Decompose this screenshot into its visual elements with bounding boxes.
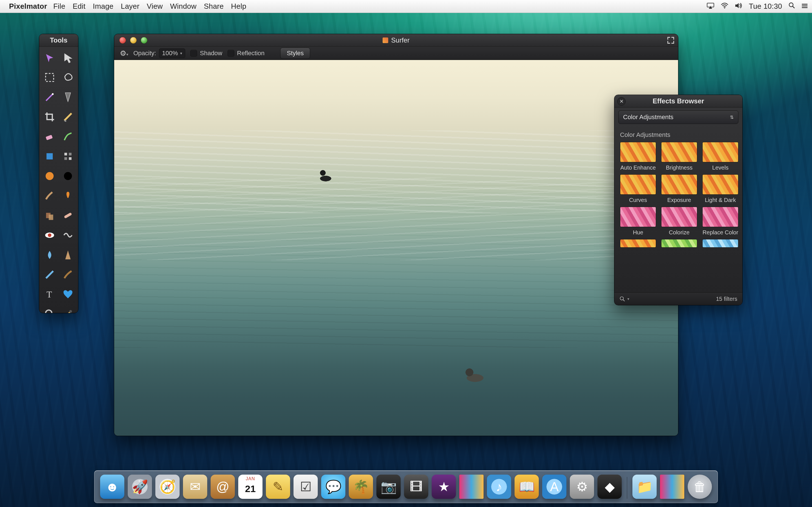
- dock-safari[interactable]: 🧭: [155, 474, 180, 499]
- effect-exposure[interactable]: Exposure: [661, 174, 697, 203]
- dock-itunes[interactable]: ♪: [487, 474, 511, 499]
- fullscreen-button[interactable]: [667, 36, 675, 44]
- effect-levels[interactable]: Levels: [702, 142, 739, 171]
- dock-stack[interactable]: [660, 474, 684, 499]
- dock-contacts[interactable]: @: [211, 474, 235, 499]
- dock-trash[interactable]: 🗑: [688, 474, 712, 499]
- crop-tool[interactable]: [40, 107, 59, 127]
- burn-tool[interactable]: [59, 265, 77, 284]
- dock-pixelmator[interactable]: ◆: [598, 474, 622, 499]
- app-name[interactable]: Pixelmator: [9, 2, 47, 11]
- dock-finder[interactable]: ☻: [100, 474, 124, 499]
- dock-ibooks[interactable]: 📖: [515, 474, 539, 499]
- menu-layer[interactable]: Layer: [121, 2, 140, 10]
- dock-systemprefs[interactable]: ⚙: [570, 474, 594, 499]
- effect-brightness[interactable]: Brightness: [661, 142, 697, 171]
- eraser-tool[interactable]: [40, 127, 59, 147]
- sharpen-tool[interactable]: [59, 245, 77, 265]
- clock-text[interactable]: Tue 10:30: [749, 2, 782, 11]
- airplay-icon[interactable]: [707, 2, 714, 11]
- effects-browser-title[interactable]: Effects Browser: [614, 95, 742, 108]
- red-eye-tool[interactable]: [40, 225, 59, 245]
- effect-colorize[interactable]: Colorize: [661, 207, 697, 236]
- dock-notes[interactable]: ✎: [266, 474, 290, 499]
- pixel-tool[interactable]: [59, 147, 77, 166]
- menu-share[interactable]: Share: [204, 2, 223, 10]
- gradient-tool[interactable]: [40, 166, 59, 186]
- reflection-checkbox[interactable]: Reflection: [227, 50, 265, 57]
- clone-tool[interactable]: [40, 206, 59, 225]
- window-titlebar[interactable]: Surfer: [114, 34, 678, 47]
- effect-hue[interactable]: Hue: [620, 207, 656, 236]
- tools-panel[interactable]: Tools T: [39, 34, 79, 313]
- magic-wand-tool[interactable]: [40, 87, 59, 107]
- move-tool[interactable]: [40, 48, 59, 68]
- effect-thumbnail: [661, 207, 697, 227]
- smudge-tool[interactable]: [40, 265, 59, 284]
- arrow-tool[interactable]: [59, 48, 77, 68]
- sponge-tool[interactable]: [59, 186, 77, 206]
- type-tool[interactable]: T: [40, 284, 59, 304]
- menu-image[interactable]: Image: [93, 2, 113, 10]
- effects-browser-panel[interactable]: ✕ Effects Browser Color Adjustments ⇅ Co…: [614, 95, 743, 305]
- effect-item[interactable]: [661, 239, 697, 247]
- brush-tool[interactable]: [40, 186, 59, 206]
- close-icon[interactable]: ✕: [617, 97, 626, 106]
- styles-button[interactable]: Styles: [280, 48, 310, 59]
- dock-facetime[interactable]: 📷: [376, 474, 401, 499]
- effect-auto-enhance[interactable]: Auto Enhance: [620, 142, 656, 171]
- dock-mail[interactable]: ✉: [183, 474, 207, 499]
- slice-tool[interactable]: [59, 107, 77, 127]
- svg-point-17: [45, 172, 54, 180]
- wifi-icon[interactable]: [721, 2, 728, 11]
- dock-launchpad[interactable]: 🚀: [128, 474, 152, 499]
- color-picker-tool[interactable]: [59, 166, 77, 186]
- heal-tool[interactable]: [59, 206, 77, 225]
- dock-appstore[interactable]: A: [542, 474, 566, 499]
- menu-view[interactable]: View: [147, 2, 163, 10]
- svg-rect-12: [46, 153, 52, 159]
- opacity-value-field[interactable]: 100% ▾: [159, 48, 185, 58]
- dock-iphoto[interactable]: 🌴: [349, 474, 373, 499]
- effects-category-dropdown[interactable]: Color Adjustments ⇅: [618, 110, 739, 124]
- document-canvas[interactable]: [114, 60, 678, 436]
- shadow-checkbox[interactable]: Shadow: [190, 50, 222, 57]
- spotlight-icon[interactable]: [788, 2, 795, 11]
- notification-center-icon[interactable]: [801, 2, 808, 11]
- svg-line-5: [793, 6, 795, 8]
- zoom-tool[interactable]: [40, 304, 59, 313]
- menu-file[interactable]: File: [53, 2, 65, 10]
- effects-search[interactable]: ▾: [619, 296, 629, 302]
- favorite-tool[interactable]: [59, 284, 77, 304]
- svg-rect-15: [64, 157, 67, 160]
- dock-photobooth[interactable]: 🎞: [404, 474, 428, 499]
- effect-curves[interactable]: Curves: [620, 174, 656, 203]
- effect-item[interactable]: [702, 239, 739, 247]
- effect-light-dark[interactable]: Light & Dark: [702, 174, 739, 203]
- effect-thumbnail: [620, 142, 656, 162]
- effect-replace-color[interactable]: Replace Color: [702, 207, 739, 236]
- eyedropper-tool[interactable]: [59, 304, 77, 313]
- paint-tool[interactable]: [59, 127, 77, 147]
- dock[interactable]: ☻🚀🧭✉@21✎☑💬🌴📷🎞★♪📖A⚙◆📁🗑: [94, 470, 718, 503]
- effect-item[interactable]: [620, 239, 656, 247]
- dock-reminders[interactable]: ☑: [294, 474, 318, 499]
- shape-tool[interactable]: [40, 147, 59, 166]
- dock-maps[interactable]: [459, 474, 484, 499]
- lasso-tool[interactable]: [59, 68, 77, 87]
- dock-calendar[interactable]: 21: [238, 474, 262, 499]
- blur-tool[interactable]: [40, 245, 59, 265]
- menu-edit[interactable]: Edit: [73, 2, 86, 10]
- menu-window[interactable]: Window: [170, 2, 197, 10]
- dock-messages[interactable]: 💬: [321, 474, 345, 499]
- gear-icon[interactable]: ⚙▾: [120, 49, 128, 58]
- dock-downloads[interactable]: 📁: [632, 474, 657, 499]
- marquee-tool[interactable]: [40, 68, 59, 87]
- document-window: Surfer ⚙▾ Opacity: 100% ▾ Shadow Reflect…: [114, 34, 678, 436]
- pen-tool[interactable]: [59, 87, 77, 107]
- volume-icon[interactable]: [735, 2, 743, 11]
- dock-imovie[interactable]: ★: [432, 474, 456, 499]
- warp-tool[interactable]: [59, 225, 77, 245]
- menu-help[interactable]: Help: [231, 2, 246, 10]
- effect-thumbnail: [661, 142, 697, 162]
